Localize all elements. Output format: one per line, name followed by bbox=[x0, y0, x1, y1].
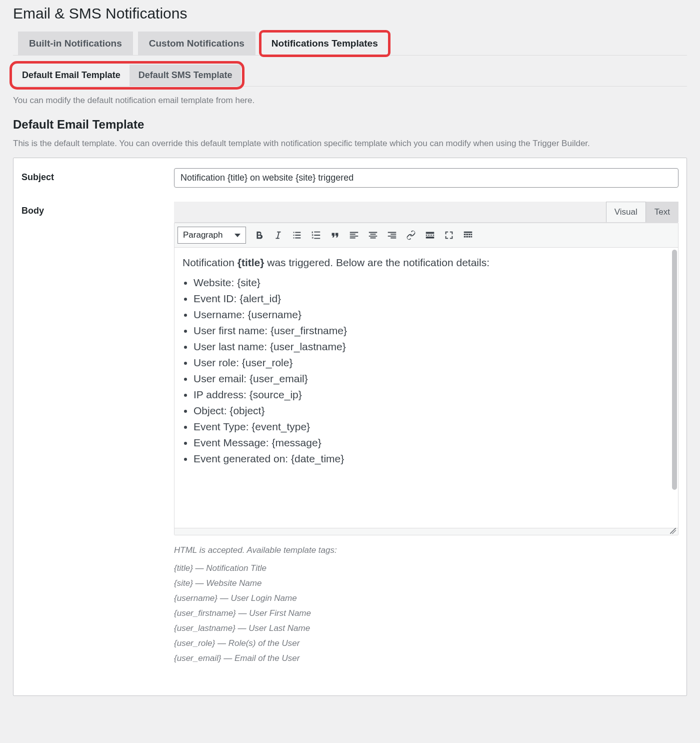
subject-input[interactable] bbox=[174, 168, 678, 188]
intro-text: You can modify the default notification … bbox=[13, 96, 687, 106]
editor-tabs: Visual Text bbox=[174, 202, 678, 222]
blockquote-button[interactable] bbox=[326, 226, 344, 244]
editor-resize-handle[interactable] bbox=[174, 528, 678, 535]
list-item: Event Type: {event_type} bbox=[194, 421, 670, 433]
list-item: User email: {user_email} bbox=[194, 373, 670, 385]
tag-item: {username} — User Login Name bbox=[174, 593, 678, 603]
tag-item: {user_firstname} — User First Name bbox=[174, 608, 678, 618]
tags-list: {title} — Notification Title {site} — We… bbox=[174, 563, 678, 663]
numbered-list-button[interactable] bbox=[307, 226, 325, 244]
tab-custom[interactable]: Custom Notifications bbox=[138, 32, 256, 56]
section-title: Default Email Template bbox=[13, 118, 687, 132]
bold-button[interactable] bbox=[250, 226, 268, 244]
list-item: User first name: {user_firstname} bbox=[194, 325, 670, 337]
editor-tab-text[interactable]: Text bbox=[646, 202, 678, 222]
toolbar-toggle-button[interactable] bbox=[459, 226, 477, 244]
list-item: Username: {username} bbox=[194, 309, 670, 321]
editor-body[interactable]: Notification {title} was triggered. Belo… bbox=[174, 248, 678, 528]
editor-toolbar: Paragraph bbox=[174, 223, 678, 248]
tag-item: {user_lastname} — User Last Name bbox=[174, 623, 678, 633]
subtab-sms[interactable]: Default SMS Template bbox=[130, 65, 242, 86]
template-panel: Subject Body Visual Text Paragraph bbox=[13, 158, 687, 696]
list-item: IP address: {source_ip} bbox=[194, 389, 670, 401]
editor-tab-visual[interactable]: Visual bbox=[606, 202, 646, 222]
tag-item: {user_email} — Email of the User bbox=[174, 653, 678, 663]
list-item: Event Message: {message} bbox=[194, 437, 670, 449]
primary-tabs: Built-in Notifications Custom Notificati… bbox=[13, 31, 687, 56]
list-item: Website: {site} bbox=[194, 277, 670, 289]
subject-row: Subject bbox=[22, 168, 678, 188]
tag-item: {site} — Website Name bbox=[174, 578, 678, 588]
subject-label: Subject bbox=[22, 168, 174, 183]
tab-templates[interactable]: Notifications Templates bbox=[260, 32, 389, 56]
align-right-button[interactable] bbox=[383, 226, 401, 244]
subtab-email[interactable]: Default Email Template bbox=[13, 65, 130, 86]
body-label: Body bbox=[22, 202, 174, 216]
list-item: Object: {object} bbox=[194, 405, 670, 417]
list-item: User last name: {user_lastname} bbox=[194, 341, 670, 353]
format-select[interactable]: Paragraph bbox=[178, 227, 246, 244]
body-row: Body Visual Text Paragraph bbox=[22, 202, 678, 668]
tag-item: {title} — Notification Title bbox=[174, 563, 678, 573]
align-center-button[interactable] bbox=[364, 226, 382, 244]
fullscreen-button[interactable] bbox=[440, 226, 458, 244]
sub-tabs: Default Email Template Default SMS Templ… bbox=[13, 65, 687, 87]
link-button[interactable] bbox=[402, 226, 420, 244]
section-desc: This is the default template. You can ov… bbox=[13, 139, 687, 149]
list-item: User role: {user_role} bbox=[194, 357, 670, 369]
page-title: Email & SMS Notifications bbox=[13, 5, 687, 22]
list-item: Event generated on: {date_time} bbox=[194, 453, 670, 465]
body-intro: Notification {title} was triggered. Belo… bbox=[182, 257, 670, 269]
italic-button[interactable] bbox=[269, 226, 287, 244]
list-item: Event ID: {alert_id} bbox=[194, 293, 670, 305]
body-bullet-list: Website: {site} Event ID: {alert_id} Use… bbox=[194, 277, 670, 465]
tags-hint: HTML is accepted. Available template tag… bbox=[174, 545, 678, 555]
editor: Paragraph bbox=[174, 222, 678, 535]
read-more-button[interactable] bbox=[421, 226, 439, 244]
align-left-button[interactable] bbox=[345, 226, 363, 244]
scrollbar[interactable] bbox=[672, 250, 677, 490]
bullet-list-button[interactable] bbox=[288, 226, 306, 244]
tag-item: {user_role} — Role(s) of the User bbox=[174, 638, 678, 648]
tab-builtin[interactable]: Built-in Notifications bbox=[18, 32, 133, 56]
chevron-down-icon bbox=[234, 234, 240, 237]
